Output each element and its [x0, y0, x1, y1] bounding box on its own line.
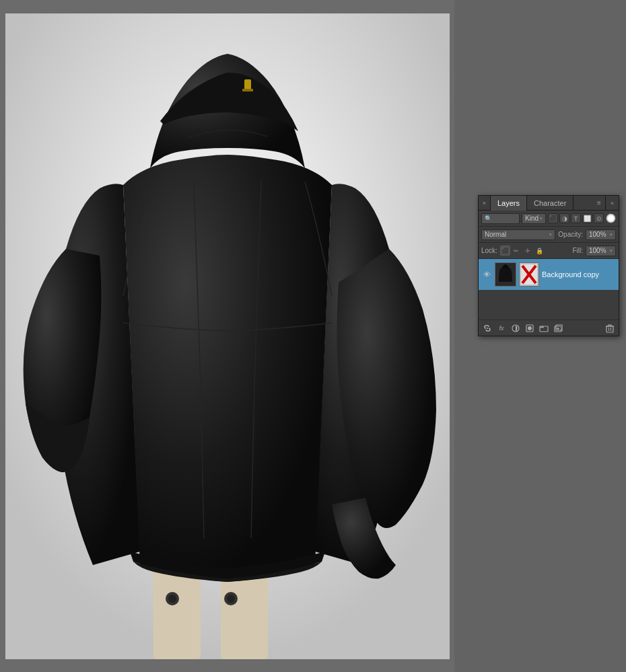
blend-opacity-row: Normal ▾ Opacity: 100% ▾: [479, 227, 619, 243]
lock-all[interactable]: 🔒: [534, 246, 545, 256]
filter-shape-icon[interactable]: ⬜: [582, 213, 592, 223]
svg-rect-23: [606, 326, 613, 332]
blend-mode-arrow: ▾: [549, 232, 552, 237]
layer-thumb-image: [495, 263, 516, 286]
lock-transparent-pixels[interactable]: ⬛: [500, 246, 510, 256]
filter-adjustment-icon[interactable]: ◑: [559, 213, 569, 223]
panel-toolbar: fx: [479, 320, 619, 336]
lock-icons: ⬛ ✏ ✛ 🔒: [500, 246, 545, 256]
group-layers-button[interactable]: [538, 322, 550, 334]
layer-name: Background copy: [542, 270, 616, 278]
layers-empty-area: [479, 299, 619, 320]
new-adjustment-layer-button[interactable]: [510, 322, 522, 334]
lock-position[interactable]: ✛: [523, 246, 533, 256]
filter-search-box[interactable]: 🔍: [481, 213, 520, 224]
fill-arrow: ▾: [610, 248, 613, 254]
layer-thumbnail: [495, 262, 516, 287]
lock-label: Lock:: [481, 247, 497, 254]
fill-label: Fill:: [572, 247, 583, 254]
link-layers-button[interactable]: [481, 322, 493, 334]
image-container: [5, 13, 450, 659]
layers-panel: × Layers Character ≡ « 🔍 Kind ▾ ⬛ ◑ T ⬜ …: [478, 195, 619, 336]
panel-close-button[interactable]: ×: [479, 196, 491, 211]
filter-toggle[interactable]: [606, 213, 616, 223]
jacket-background: [5, 13, 450, 659]
layer-item[interactable]: 👁: [479, 259, 619, 290]
lock-fill-row: Lock: ⬛ ✏ ✛ 🔒 Fill: 100% ▾: [479, 243, 619, 259]
blend-mode-dropdown[interactable]: Normal ▾: [481, 229, 555, 240]
layer-fx-button[interactable]: fx: [495, 322, 508, 334]
svg-rect-8: [242, 89, 253, 91]
tab-character[interactable]: Character: [527, 196, 573, 211]
opacity-control[interactable]: 100% ▾: [586, 229, 616, 240]
filter-kind-dropdown[interactable]: Kind ▾: [522, 213, 546, 224]
panel-collapse-button[interactable]: «: [605, 196, 619, 211]
tab-layers[interactable]: Layers: [491, 196, 527, 211]
filter-pixel-icon[interactable]: ⬛: [548, 213, 558, 223]
panel-tabs: Layers Character: [491, 196, 593, 211]
filter-type-icon[interactable]: T: [571, 213, 581, 223]
fx-label: fx: [499, 325, 503, 332]
delete-layer-button[interactable]: [604, 322, 616, 334]
blend-mode-value: Normal: [485, 231, 548, 238]
layer-mask-thumbnail: [519, 262, 539, 287]
svg-rect-1: [153, 565, 201, 659]
jacket-image: [5, 13, 450, 659]
filter-kind-label: Kind: [525, 215, 538, 222]
layers-list: 👁: [479, 259, 619, 299]
opacity-value: 100%: [589, 231, 608, 238]
filter-kind-arrow: ▾: [540, 216, 543, 221]
opacity-label: Opacity:: [558, 231, 583, 238]
layer-mask-image: [520, 263, 538, 286]
filter-smart-icon[interactable]: ⊙: [594, 213, 604, 223]
filter-row: 🔍 Kind ▾ ⬛ ◑ T ⬜ ⊙: [479, 211, 619, 227]
new-layer-button[interactable]: [552, 322, 564, 334]
lock-image-pixels[interactable]: ✏: [512, 246, 522, 256]
svg-point-17: [528, 326, 532, 330]
fill-value: 100%: [589, 247, 608, 254]
panel-menu-button[interactable]: ≡: [593, 196, 605, 211]
svg-point-4: [168, 595, 176, 603]
canvas-area: [0, 0, 454, 672]
fill-control[interactable]: 100% ▾: [586, 246, 616, 256]
add-layer-mask-button[interactable]: [524, 322, 536, 334]
panel-header: × Layers Character ≡ «: [479, 196, 619, 211]
svg-point-6: [227, 595, 235, 603]
filter-icons: ⬛ ◑ T ⬜ ⊙: [548, 213, 604, 223]
layer-visibility-toggle[interactable]: 👁: [481, 269, 492, 280]
opacity-arrow: ▾: [610, 232, 613, 237]
search-icon: 🔍: [485, 215, 492, 222]
